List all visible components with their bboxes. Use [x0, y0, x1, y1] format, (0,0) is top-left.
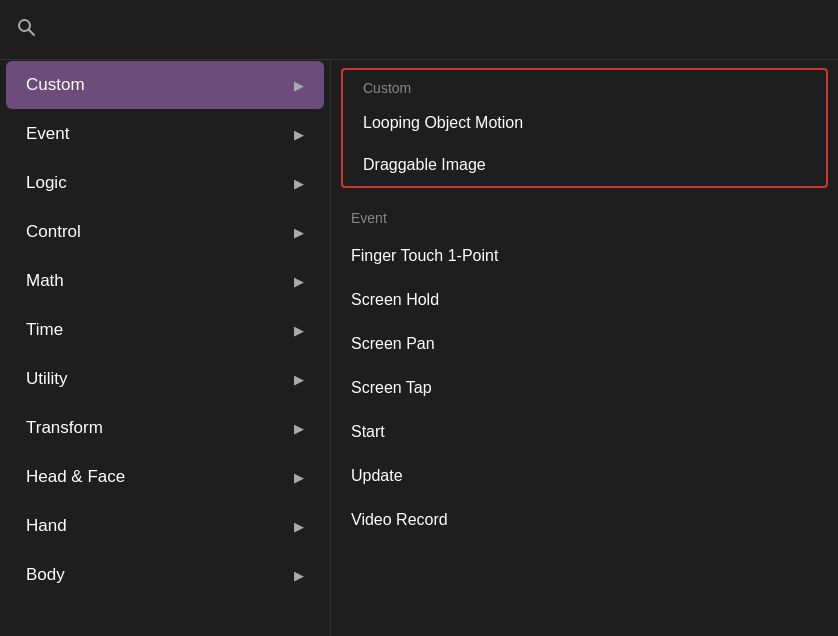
sidebar-item-label: Event	[26, 124, 69, 144]
right-panel: CustomLooping Object MotionDraggable Ima…	[331, 60, 838, 636]
list-item[interactable]: Update	[331, 454, 838, 498]
sidebar: Custom▶Event▶Logic▶Control▶Math▶Time▶Uti…	[0, 60, 330, 636]
sidebar-item-label: Body	[26, 565, 65, 585]
section-header-event: Event	[331, 196, 838, 234]
chevron-right-icon: ▶	[294, 568, 304, 583]
chevron-right-icon: ▶	[294, 127, 304, 142]
chevron-right-icon: ▶	[294, 519, 304, 534]
sidebar-item-label: Transform	[26, 418, 103, 438]
sidebar-item-time[interactable]: Time▶	[6, 306, 324, 354]
sidebar-item-label: Custom	[26, 75, 85, 95]
sidebar-item-math[interactable]: Math▶	[6, 257, 324, 305]
list-item[interactable]: Video Record	[331, 498, 838, 542]
section-group-event: EventFinger Touch 1-PointScreen HoldScre…	[331, 196, 838, 542]
sidebar-item-logic[interactable]: Logic▶	[6, 159, 324, 207]
sidebar-item-label: Utility	[26, 369, 68, 389]
chevron-right-icon: ▶	[294, 470, 304, 485]
search-icon	[16, 17, 36, 42]
list-item[interactable]: Finger Touch 1-Point	[331, 234, 838, 278]
sidebar-item-label: Control	[26, 222, 81, 242]
list-item[interactable]: Looping Object Motion	[343, 102, 826, 144]
sidebar-item-transform[interactable]: Transform▶	[6, 404, 324, 452]
sidebar-item-custom[interactable]: Custom▶	[6, 61, 324, 109]
sidebar-item-body[interactable]: Body▶	[6, 551, 324, 599]
sidebar-item-control[interactable]: Control▶	[6, 208, 324, 256]
sidebar-item-hand[interactable]: Hand▶	[6, 502, 324, 550]
main-content: Custom▶Event▶Logic▶Control▶Math▶Time▶Uti…	[0, 60, 838, 636]
chevron-right-icon: ▶	[294, 421, 304, 436]
chevron-right-icon: ▶	[294, 323, 304, 338]
chevron-right-icon: ▶	[294, 274, 304, 289]
sidebar-item-head---face[interactable]: Head & Face▶	[6, 453, 324, 501]
sidebar-item-event[interactable]: Event▶	[6, 110, 324, 158]
sidebar-item-label: Head & Face	[26, 467, 125, 487]
chevron-right-icon: ▶	[294, 176, 304, 191]
custom-highlighted-section: CustomLooping Object MotionDraggable Ima…	[341, 68, 828, 188]
search-bar	[0, 0, 838, 60]
chevron-right-icon: ▶	[294, 78, 304, 93]
chevron-right-icon: ▶	[294, 372, 304, 387]
list-item[interactable]: Start	[331, 410, 838, 454]
search-input[interactable]	[46, 21, 822, 39]
sidebar-item-label: Math	[26, 271, 64, 291]
app-container: Custom▶Event▶Logic▶Control▶Math▶Time▶Uti…	[0, 0, 838, 636]
list-item[interactable]: Screen Pan	[331, 322, 838, 366]
section-header-custom: Custom	[343, 70, 826, 102]
sidebar-item-label: Hand	[26, 516, 67, 536]
list-item[interactable]: Screen Tap	[331, 366, 838, 410]
chevron-right-icon: ▶	[294, 225, 304, 240]
sidebar-item-label: Time	[26, 320, 63, 340]
sidebar-item-utility[interactable]: Utility▶	[6, 355, 324, 403]
sidebar-item-label: Logic	[26, 173, 67, 193]
list-item[interactable]: Screen Hold	[331, 278, 838, 322]
svg-line-1	[29, 30, 35, 36]
list-item[interactable]: Draggable Image	[343, 144, 826, 186]
